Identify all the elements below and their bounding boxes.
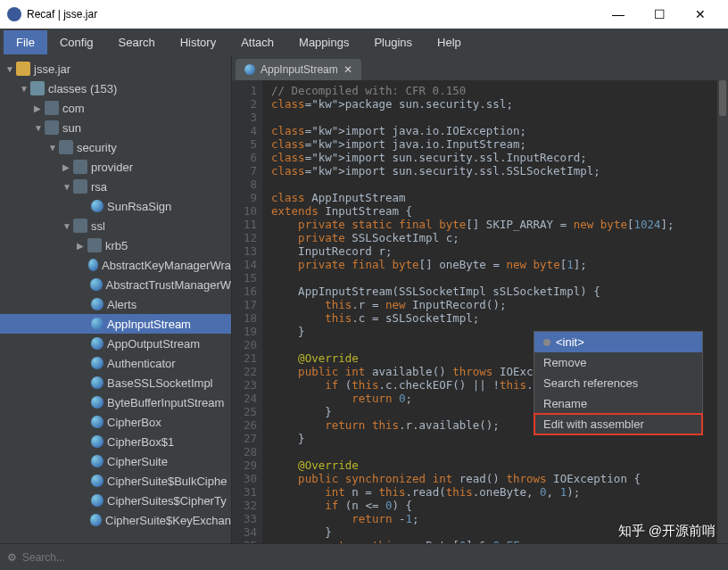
class-icon — [91, 475, 103, 487]
tree-cls-item[interactable]: Alerts — [0, 294, 231, 314]
ctx-init[interactable]: <init> — [534, 332, 702, 352]
tree-cls-item[interactable]: ByteBufferInputStream — [0, 392, 231, 412]
class-icon — [90, 514, 102, 526]
menu-search[interactable]: Search — [106, 30, 168, 54]
class-icon — [91, 357, 103, 369]
tree-cls-item[interactable]: CipherSuite$BulkCiphe — [0, 471, 231, 491]
tab-appinputstream[interactable]: AppInputStream ✕ — [236, 59, 361, 80]
menu-mappings[interactable]: Mappings — [286, 30, 361, 54]
tree-cls-item[interactable]: BaseSSLSocketImpl — [0, 373, 231, 392]
menubar: File Config Search History Attach Mappin… — [0, 29, 728, 55]
jar-icon — [16, 62, 30, 76]
tree-pkg-security[interactable]: ▼security — [0, 137, 231, 157]
menu-history[interactable]: History — [168, 30, 228, 54]
class-icon — [244, 64, 255, 75]
window-title: Recaf | jsse.jar — [27, 8, 598, 21]
tree-pkg-provider[interactable]: ▶provider — [0, 157, 231, 177]
tree-cls-item[interactable]: AbstractKeyManagerWra — [0, 255, 231, 275]
tree-root[interactable]: ▼jsse.jar — [0, 59, 231, 78]
class-icon — [88, 259, 98, 271]
class-icon — [91, 416, 103, 428]
menu-help[interactable]: Help — [425, 30, 474, 54]
menu-config[interactable]: Config — [47, 30, 106, 54]
code-content[interactable]: // Decompiled with: CFR 0.150class="kw">… — [262, 80, 728, 543]
ctx-rename[interactable]: Rename — [534, 393, 702, 414]
file-tree[interactable]: ▼jsse.jar ▼classes (153) ▶com ▼sun ▼secu… — [0, 55, 231, 543]
tree-pkg-sun[interactable]: ▼sun — [0, 118, 231, 137]
class-icon — [91, 318, 103, 330]
close-button[interactable]: ✕ — [680, 0, 721, 29]
code-area[interactable]: 1234567891011121314151617181920212223242… — [232, 80, 728, 543]
class-icon — [91, 455, 103, 467]
tree-cls-item[interactable]: AppOutputStream — [0, 334, 231, 353]
ctx-remove[interactable]: Remove — [534, 352, 702, 373]
class-icon — [90, 278, 102, 291]
ctx-edit-assembler[interactable]: Edit with assembler — [534, 414, 702, 434]
editor: AppInputStream ✕ 12345678910111213141516… — [232, 55, 728, 543]
context-menu: <init> Remove Search references Rename E… — [534, 331, 703, 435]
class-icon — [91, 200, 103, 212]
tree-cls-item[interactable]: AbstractTrustManagerW — [0, 275, 231, 294]
watermark: 知乎 @开源前哨 — [618, 523, 716, 540]
sidebar: ▼jsse.jar ▼classes (153) ▶com ▼sun ▼secu… — [0, 55, 232, 543]
package-icon — [73, 160, 87, 174]
class-icon — [91, 376, 103, 389]
tabbar: AppInputStream ✕ — [232, 55, 728, 80]
menu-plugins[interactable]: Plugins — [361, 30, 425, 54]
search-input[interactable] — [22, 551, 721, 564]
tree-pkg-ssl[interactable]: ▼ssl — [0, 216, 231, 235]
tree-cls-item[interactable]: AppInputStream — [0, 314, 231, 334]
tree-cls-item[interactable]: Authenticator — [0, 353, 231, 373]
tree-cls-sunrsasign[interactable]: SunRsaSign — [0, 196, 231, 216]
minimize-button[interactable]: — — [598, 0, 639, 29]
tree-pkg-com[interactable]: ▶com — [0, 98, 231, 118]
package-icon — [87, 238, 102, 252]
package-icon — [73, 219, 87, 233]
editor-vscroll[interactable] — [717, 80, 728, 543]
menu-file[interactable]: File — [4, 30, 47, 54]
tree-classes[interactable]: ▼classes (153) — [0, 78, 231, 98]
package-icon — [45, 101, 59, 115]
package-icon — [73, 179, 87, 194]
maximize-button[interactable]: ☐ — [639, 0, 680, 29]
menu-attach[interactable]: Attach — [228, 30, 286, 54]
folder-icon — [30, 81, 45, 95]
package-icon — [45, 120, 59, 135]
tree-pkg-rsa[interactable]: ▼rsa — [0, 177, 231, 196]
close-icon[interactable]: ✕ — [343, 63, 352, 76]
tree-cls-item[interactable]: CipherBox$1 — [0, 432, 231, 451]
ctx-search-refs[interactable]: Search references — [534, 373, 702, 393]
searchbar: ⚙ — [0, 543, 728, 570]
gutter: 1234567891011121314151617181920212223242… — [232, 80, 262, 543]
package-icon — [59, 140, 73, 154]
tree-cls-item[interactable]: CipherBox — [0, 412, 231, 432]
app-icon — [7, 7, 21, 21]
class-icon — [91, 396, 103, 409]
class-icon — [91, 494, 103, 507]
class-icon — [91, 435, 103, 448]
tree-cls-item[interactable]: CipherSuite$KeyExchan — [0, 510, 231, 530]
tree-pkg-krb5[interactable]: ▶krb5 — [0, 235, 231, 255]
class-icon — [91, 337, 103, 350]
gear-icon[interactable]: ⚙ — [7, 551, 17, 564]
method-icon — [543, 339, 550, 346]
class-icon — [91, 298, 103, 310]
tree-cls-item[interactable]: CipherSuite — [0, 451, 231, 471]
tree-cls-item[interactable]: CipherSuites$CipherTy — [0, 491, 231, 510]
titlebar[interactable]: Recaf | jsse.jar — ☐ ✕ — [0, 0, 728, 29]
